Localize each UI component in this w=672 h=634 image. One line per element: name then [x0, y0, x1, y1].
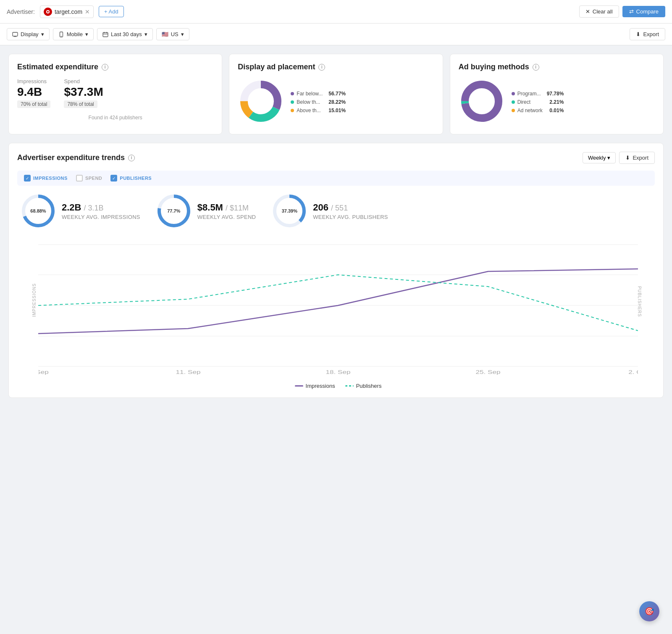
publishers-legend-item: Publishers: [345, 383, 382, 389]
export-label: Export: [643, 31, 659, 37]
chart-legend: Impressions Publishers: [38, 383, 638, 389]
metric-pct: 68.88%: [30, 208, 46, 213]
date-filter[interactable]: Last 30 days ▾: [97, 28, 153, 40]
publishers-checkbox-label: PUBLISHERS: [120, 176, 152, 181]
legend-pct: 2.21%: [546, 99, 564, 105]
metric-of: / 3.1B: [84, 204, 104, 212]
legend-label: Direct: [517, 99, 530, 105]
svg-text:18. Sep: 18. Sep: [326, 369, 350, 375]
metric-text: $8.5M / $11M WEEKLY AVG. SPEND: [197, 202, 256, 220]
spend-checkbox[interactable]: [76, 175, 83, 182]
date-label: Last 30 days: [111, 31, 142, 37]
y-axis-left-label: IMPRESSIONS: [32, 283, 37, 317]
metric-donut: 37.39%: [273, 194, 306, 228]
legend-pct: 28.22%: [325, 99, 346, 105]
legend-dot: [512, 92, 515, 95]
publishers-checkbox[interactable]: ✓: [110, 175, 117, 182]
trends-card: Advertiser expenditure trends i Weekly ▾…: [8, 143, 664, 398]
legend-item: Above th... 15.01%: [291, 108, 346, 113]
legend-dot: [291, 100, 294, 104]
impressions-legend-line: [295, 385, 303, 387]
compare-button[interactable]: ⇄ Compare: [622, 6, 665, 17]
metric-circle-group: 77.7% $8.5M / $11M WEEKLY AVG. SPEND: [157, 194, 256, 228]
chevron-down-icon: ▾: [144, 31, 147, 37]
clear-all-label: Clear all: [593, 8, 613, 15]
metric-sub-label: WEEKLY AVG. IMPRESSIONS: [62, 214, 140, 220]
impressions-checkbox[interactable]: ✓: [24, 175, 31, 182]
download-icon: ⬇: [625, 155, 630, 161]
metrics-row: 68.88% 2.2B / 3.1B WEEKLY AVG. IMPRESSIO…: [17, 194, 655, 228]
calendar-icon: [102, 32, 108, 37]
impressions-legend-item: Impressions: [295, 383, 335, 389]
svg-point-13: [248, 89, 273, 114]
info-icon[interactable]: i: [318, 64, 325, 71]
publishers-checkbox-item[interactable]: ✓ PUBLISHERS: [110, 175, 152, 182]
metric-sub-label: WEEKLY AVG. PUBLISHERS: [313, 214, 388, 220]
legend-item: Program... 97.78%: [512, 91, 564, 97]
country-filter[interactable]: 🇺🇸 US ▾: [156, 28, 189, 40]
top-bar: Advertiser: target.com ✕ + Add ✕ Clear a…: [0, 0, 672, 24]
cards-row: Estimated expenditure i Impressions 9.4B…: [8, 54, 664, 134]
legend-dot: [512, 109, 515, 112]
buying-methods-legend: Program... 97.78% Direct 2.21% Ad networ…: [512, 91, 564, 113]
spend-checkbox-item[interactable]: SPEND: [76, 175, 102, 182]
chart-area: IMPRESSIONS PUBLISHERS 3B 2.5B 2B 1.5B 1…: [17, 240, 655, 389]
spend-pct: 78% of total: [64, 100, 97, 108]
legend-pct: 97.78%: [543, 91, 564, 97]
svg-text:25. Sep: 25. Sep: [475, 369, 500, 375]
metric-text: 206 / 551 WEEKLY AVG. PUBLISHERS: [313, 202, 388, 220]
svg-text:4. Sep: 4. Sep: [38, 369, 49, 375]
info-icon[interactable]: i: [533, 64, 539, 71]
svg-rect-5: [103, 32, 108, 37]
ad-placement-legend: Far below... 56.77% Below th... 28.22% A…: [291, 91, 346, 113]
svg-rect-0: [13, 32, 18, 36]
close-icon[interactable]: ✕: [85, 8, 90, 15]
legend-item: Direct 2.21%: [512, 99, 564, 105]
ad-placement-donut: [238, 78, 284, 126]
display-filter[interactable]: Display ▾: [7, 28, 50, 40]
svg-text:2. Oct: 2. Oct: [628, 369, 638, 375]
svg-point-4: [61, 36, 62, 37]
impressions-label: Impressions: [17, 78, 50, 84]
clear-all-x-icon: ✕: [585, 8, 590, 15]
ad-placement-title: Display ad placement i: [238, 63, 434, 71]
expenditure-metrics: Impressions 9.4B 70% of total Spend $37.…: [17, 78, 213, 108]
legend-item: Far below... 56.77%: [291, 91, 346, 97]
expenditure-footer: Found in 424 publishers: [17, 115, 213, 121]
impressions-metric: Impressions 9.4B 70% of total: [17, 78, 50, 108]
spend-checkbox-label: SPEND: [85, 176, 102, 181]
buying-methods-donut-section: Program... 97.78% Direct 2.21% Ad networ…: [459, 78, 655, 126]
legend-pct: 56.77%: [325, 91, 346, 97]
metric-sub-label: WEEKLY AVG. SPEND: [197, 214, 256, 220]
advertiser-name: target.com: [55, 8, 82, 15]
publishers-legend-label: Publishers: [356, 383, 382, 389]
spend-value: $37.3M: [64, 85, 103, 99]
clear-all-button[interactable]: ✕ Clear all: [579, 5, 619, 18]
metric-main-value: 2.2B / 3.1B: [62, 202, 140, 213]
export-button[interactable]: ⬇ Export: [630, 28, 665, 40]
metric-circle-group: 37.39% 206 / 551 WEEKLY AVG. PUBLISHERS: [273, 194, 388, 228]
main-content: Estimated expenditure i Impressions 9.4B…: [0, 45, 672, 406]
flag-icon: 🇺🇸: [162, 31, 168, 37]
info-icon[interactable]: i: [128, 155, 135, 161]
legend-item: Below th... 28.22%: [291, 99, 346, 105]
display-label: Display: [21, 31, 39, 37]
metric-main-value: 206 / 551: [313, 202, 388, 213]
legend-label: Above th...: [297, 108, 320, 113]
checkbox-row: ✓ IMPRESSIONS SPEND ✓ PUBLISHERS: [17, 171, 655, 186]
spend-metric: Spend $37.3M 78% of total: [64, 78, 103, 108]
info-icon[interactable]: i: [102, 64, 108, 71]
add-button[interactable]: + Add: [99, 6, 124, 17]
weekly-button[interactable]: Weekly ▾: [583, 152, 616, 163]
impressions-checkbox-label: IMPRESSIONS: [33, 176, 68, 181]
svg-text:11. Sep: 11. Sep: [176, 369, 200, 375]
target-icon: [44, 8, 52, 16]
mobile-filter[interactable]: Mobile ▾: [53, 28, 94, 40]
advertiser-chip: target.com ✕: [40, 5, 94, 18]
legend-pct: 15.01%: [325, 108, 346, 113]
advertiser-label: Advertiser:: [7, 8, 35, 15]
trends-export-button[interactable]: ⬇ Export: [619, 152, 655, 164]
impressions-checkbox-item[interactable]: ✓ IMPRESSIONS: [24, 175, 68, 182]
weekly-label: Weekly: [588, 155, 606, 161]
impressions-value: 9.4B: [17, 85, 50, 99]
